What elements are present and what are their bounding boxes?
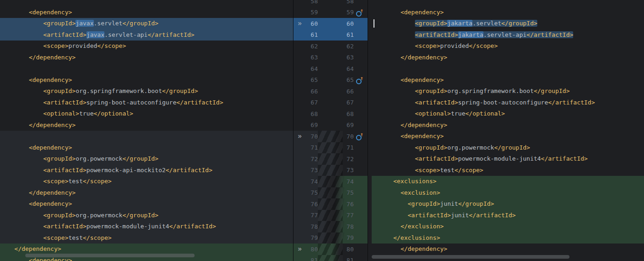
code-line[interactable]: <groupId>org.powermock</groupId> — [0, 153, 293, 165]
code-line[interactable]: <artifactId>powermock-api-mockito2</arti… — [0, 165, 293, 176]
gutter-row: 7575 — [293, 187, 368, 199]
xml-token — [0, 42, 43, 49]
right-line-number: 81 — [343, 257, 354, 261]
xml-token — [0, 110, 43, 117]
diff-left-editor[interactable]: <dependency> <groupId>javax.servlet</gro… — [0, 0, 293, 261]
xml-token: powermock-module-junit4 — [86, 223, 169, 230]
code-line[interactable]: </exclusions> — [372, 232, 644, 244]
code-line[interactable]: <groupId>org.powermock</groupId> — [0, 210, 293, 221]
xml-token — [0, 245, 14, 252]
xml-token: </optional> — [94, 110, 133, 117]
code-line[interactable]: <scope>test</scope> — [0, 176, 293, 187]
code-line[interactable]: <artifactId>junit</artifactId> — [372, 210, 644, 221]
xml-token — [372, 178, 393, 185]
xml-token — [0, 31, 43, 38]
code-line[interactable]: <artifactId>jakarta.servlet-api</artifac… — [372, 29, 644, 41]
code-line[interactable]: <scope>test</scope> — [0, 232, 293, 244]
left-line-number: 71 — [306, 144, 318, 151]
code-line[interactable]: <scope>provided</scope> — [372, 41, 644, 52]
code-line[interactable]: <optional>true</optional> — [0, 108, 293, 120]
code-line[interactable]: </dependency> — [0, 244, 293, 255]
code-line[interactable]: </exclusion> — [372, 221, 644, 232]
xml-token — [0, 155, 43, 162]
gutter-icon-cell — [354, 176, 367, 187]
apply-change-chevron-icon[interactable]: » — [293, 18, 306, 29]
code-line[interactable]: <artifactId>spring-boot-autoconfigure</a… — [372, 97, 644, 109]
code-line[interactable]: <dependency> — [372, 75, 644, 86]
xml-token: <groupId> — [408, 200, 440, 207]
code-line[interactable]: <optional>true</optional> — [372, 108, 644, 120]
right-line-number: 68 — [343, 110, 354, 117]
gutter-column: 58585959↑»606061616262636364646565↑66666… — [293, 0, 368, 261]
code-line[interactable]: <dependency> — [372, 131, 644, 142]
diff-map-strip — [318, 41, 343, 52]
code-line[interactable] — [0, 63, 293, 75]
xml-token — [372, 223, 401, 230]
diff-map-strip — [318, 29, 343, 41]
xml-token: <artifactId> — [43, 99, 86, 106]
gutter-row: 5858 — [293, 0, 368, 7]
code-line[interactable]: <exclusions> — [372, 176, 644, 187]
code-line[interactable] — [372, 0, 644, 7]
xml-token: true — [79, 110, 93, 117]
change-marker-icon[interactable]: ↑ — [356, 77, 363, 84]
code-line[interactable]: </dependency> — [0, 187, 293, 199]
change-marker-icon[interactable]: ↑ — [356, 133, 363, 140]
xml-token: junit — [440, 200, 458, 207]
diff-map-strip — [318, 18, 343, 29]
code-line[interactable]: <dependency> — [0, 198, 293, 210]
right-line-number: 70 — [343, 133, 354, 140]
marker-arrow: ↑ — [360, 75, 363, 81]
apply-change-chevron-icon[interactable]: » — [293, 244, 306, 255]
code-line[interactable]: <groupId>jakarta.servlet</groupId> — [372, 18, 644, 29]
xml-token: </groupId> — [494, 144, 530, 151]
gutter-row: »6060 — [293, 18, 368, 29]
code-line[interactable] — [0, 0, 293, 7]
code-line[interactable]: </dependency> — [372, 52, 644, 64]
left-horizontal-scrollbar[interactable] — [25, 254, 195, 257]
xml-token: <scope> — [43, 178, 69, 185]
left-line-number: 77 — [306, 212, 318, 219]
change-marker-icon[interactable]: ↑ — [356, 9, 363, 16]
code-line[interactable] — [0, 131, 293, 142]
code-line[interactable]: <artifactId>spring-boot-autoconfigure</a… — [0, 97, 293, 109]
code-line[interactable]: <groupId>org.springframework.boot</group… — [0, 86, 293, 97]
code-line[interactable]: <dependency> — [0, 7, 293, 18]
code-line[interactable]: <artifactId>javax.servlet-api</artifactI… — [0, 29, 293, 41]
diff-map-strip — [318, 108, 343, 120]
code-line[interactable]: <scope>test</scope> — [372, 165, 644, 176]
left-line-number: 59 — [306, 9, 318, 16]
diff-map-strip — [318, 7, 343, 18]
xml-token: .servlet — [94, 20, 123, 27]
code-line[interactable]: <dependency> — [0, 75, 293, 86]
code-line[interactable]: <groupId>junit</groupId> — [372, 198, 644, 210]
code-line[interactable]: </dependency> — [372, 120, 644, 131]
code-line[interactable]: </dependency> — [0, 52, 293, 64]
apply-change-chevron-icon[interactable]: » — [293, 131, 306, 142]
left-line-number: 73 — [306, 167, 318, 174]
code-line[interactable]: <groupId>org.springframework.boot</group… — [372, 86, 644, 97]
diff-map-strip — [318, 187, 343, 199]
code-line[interactable]: <scope>provided</scope> — [0, 41, 293, 52]
code-line[interactable]: <groupId>org.powermock</groupId> — [372, 142, 644, 154]
right-horizontal-scrollbar[interactable] — [372, 255, 569, 259]
code-line[interactable]: <dependency> — [0, 142, 293, 154]
xml-token: .servlet — [472, 20, 501, 27]
xml-token: jakarta — [458, 31, 483, 38]
xml-token: powermock-api-mockito2 — [86, 167, 166, 174]
code-line[interactable]: <exclusion> — [372, 187, 644, 199]
gutter-row: 6868 — [293, 108, 368, 120]
xml-token: <artifactId> — [43, 223, 86, 230]
diff-right-editor[interactable]: <dependency> <groupId>jakarta.servlet</g… — [368, 0, 644, 261]
xml-token: </artifactId> — [548, 99, 595, 106]
code-line[interactable] — [372, 63, 644, 75]
xml-token: </groupId> — [122, 212, 158, 219]
code-line[interactable]: <groupId>javax.servlet</groupId> — [0, 18, 293, 29]
xml-token — [0, 234, 43, 241]
code-line[interactable]: <artifactId>powermock-module-junit4</art… — [0, 221, 293, 232]
code-line[interactable]: <dependency> — [372, 7, 644, 18]
left-line-number: 58 — [306, 0, 318, 5]
code-line[interactable]: </dependency> — [0, 120, 293, 131]
code-line[interactable]: </dependency> — [372, 244, 644, 255]
code-line[interactable]: <artifactId>powermock-module-junit4</art… — [372, 153, 644, 165]
